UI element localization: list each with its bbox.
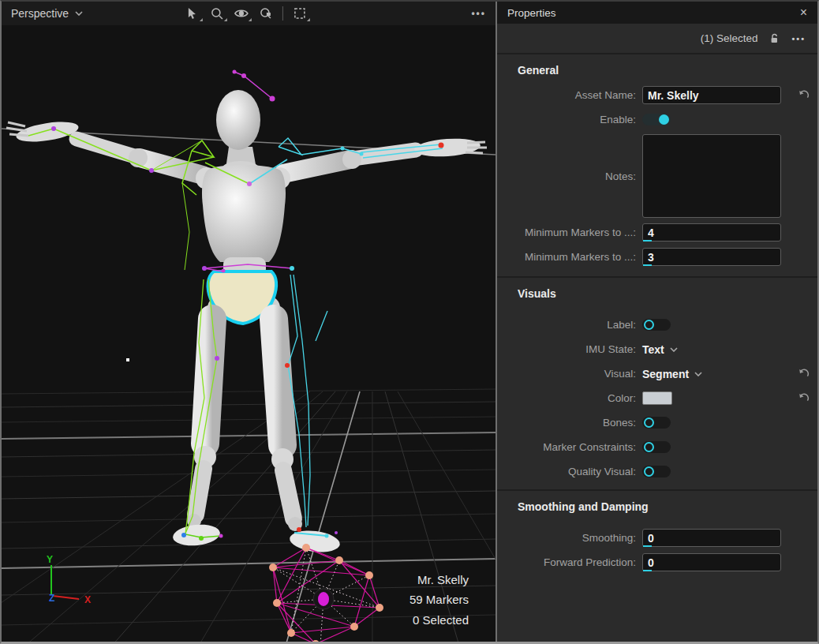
3d-viewport[interactable]: Y X Z Mr. Skelly 59 Markers 0 Selected P… — [2, 2, 496, 642]
properties-titlebar: Properties × — [497, 2, 817, 24]
stats-asset-name: Mr. Skelly — [417, 573, 469, 586]
app-window: Y X Z Mr. Skelly 59 Markers 0 Selected P… — [0, 0, 819, 644]
undo-icon[interactable] — [797, 368, 810, 380]
bones-label: Bones: — [497, 417, 642, 429]
panel-menu-ellipsis-icon[interactable]: ••• — [791, 34, 806, 43]
enable-label: Enable: — [497, 114, 642, 125]
stats-marker-count: 59 Markers — [410, 593, 469, 606]
enable-toggle[interactable] — [642, 114, 671, 125]
camera-view-label: Perspective — [11, 7, 69, 20]
unlock-icon[interactable] — [769, 33, 780, 44]
label-toggle-label: Label: — [497, 319, 642, 331]
undo-icon[interactable] — [797, 89, 810, 102]
select-cursor-icon[interactable] — [185, 6, 200, 21]
viewport-stats: Mr. Skelly 59 Markers 0 Selected — [410, 573, 469, 627]
selection-badge: (1) Selected — [701, 32, 758, 44]
min-markers-continue-label: Minimum Markers to ...: — [497, 251, 642, 263]
marker-constraints-label: Marker Constraints: — [497, 441, 642, 453]
asset-name-label: Asset Name: — [497, 89, 642, 101]
notes-textarea[interactable] — [642, 134, 781, 218]
properties-panel: Properties × (1) Selected ••• General As… — [497, 2, 817, 642]
min-markers-continue-input[interactable] — [642, 248, 781, 266]
forward-prediction-input[interactable] — [642, 553, 781, 571]
notes-label: Notes: — [497, 170, 642, 182]
axis-y-label: Y — [47, 554, 53, 565]
marquee-select-icon[interactable] — [292, 6, 308, 21]
visual-dropdown[interactable]: Segment — [642, 368, 702, 380]
chevron-down-icon — [75, 11, 83, 16]
stray-marker[interactable] — [126, 358, 129, 361]
section-header-general: General — [497, 54, 817, 83]
close-icon[interactable]: × — [800, 6, 807, 19]
rigid-body-cluster[interactable] — [269, 544, 383, 642]
asset-name-input[interactable] — [642, 86, 781, 104]
smoothing-input[interactable] — [642, 529, 781, 547]
quality-visual-toggle[interactable] — [642, 466, 671, 477]
3d-scene[interactable]: Y X Z Mr. Skelly 59 Markers 0 Selected — [2, 2, 496, 642]
forward-prediction-label: Forward Prediction: — [497, 556, 642, 568]
section-header-smoothing: Smoothing and Damping — [497, 491, 817, 519]
marker-constraints-toggle[interactable] — [642, 441, 671, 453]
color-swatch[interactable] — [642, 391, 672, 405]
imu-state-label: IMU State: — [497, 343, 642, 355]
skeleton-figure[interactable] — [6, 90, 487, 555]
zoom-lock-icon[interactable] — [258, 6, 274, 21]
follow-eye-icon[interactable] — [234, 6, 249, 21]
stats-selected-count: 0 Selected — [413, 613, 469, 627]
axis-z-label: Z — [49, 593, 54, 604]
undo-icon[interactable] — [797, 392, 810, 405]
section-header-visuals: Visuals — [497, 278, 817, 306]
min-markers-boot-label: Minimum Markers to ...: — [497, 227, 642, 238]
chevron-down-icon — [694, 372, 702, 376]
viewport-toolbar: Perspective — [2, 2, 496, 25]
toolbar-divider — [282, 6, 283, 21]
bones-toggle[interactable] — [642, 417, 671, 429]
color-label: Color: — [497, 392, 642, 404]
axis-gizmo: Y X Z — [47, 554, 91, 605]
imu-state-dropdown[interactable]: Text — [642, 343, 678, 356]
zoom-magnifier-icon[interactable] — [209, 6, 225, 21]
quality-visual-label: Quality Visual: — [497, 466, 642, 477]
viewport-options-ellipsis-icon[interactable]: ••• — [471, 8, 486, 19]
smoothing-label: Smoothing: — [497, 532, 642, 544]
rigid-body-pivot — [318, 592, 329, 606]
panel-title: Properties — [507, 7, 556, 19]
axis-x-label: X — [84, 594, 91, 605]
label-toggle[interactable] — [642, 319, 671, 331]
visual-label: Visual: — [497, 368, 642, 380]
camera-view-menu[interactable]: Perspective — [11, 7, 83, 20]
chevron-down-icon — [670, 347, 678, 352]
min-markers-boot-input[interactable] — [642, 223, 781, 242]
